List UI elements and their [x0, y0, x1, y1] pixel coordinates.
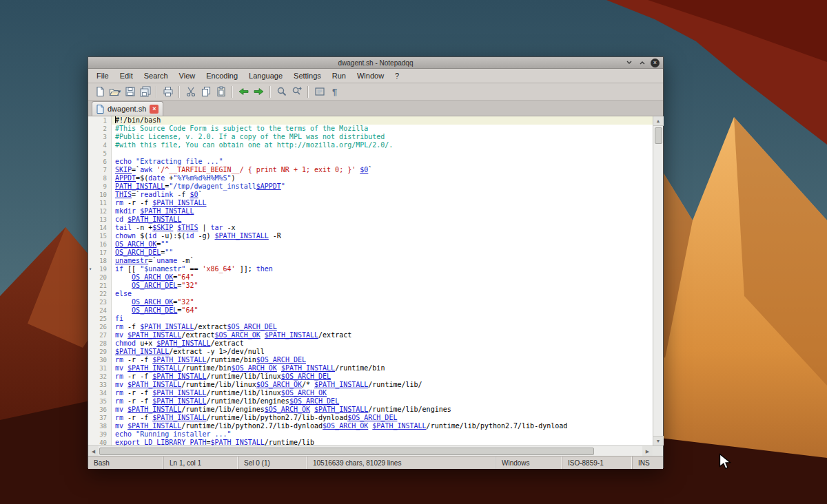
code-text[interactable]: rm -r -f $PATH_INSTALL/runtime/lib/pytho… — [112, 414, 653, 422]
code-line[interactable]: 2#This Source Code Form is subject to th… — [88, 125, 653, 133]
redo-button[interactable] — [252, 85, 266, 99]
code-text[interactable]: mv $PATH_INSTALL/runtime/bin$OS_ARCH_OK … — [112, 364, 653, 372]
code-text[interactable]: mv $PATH_INSTALL/runtime/lib/linux$OS_AR… — [112, 381, 653, 389]
code-line[interactable]: 1#!/bin/bash — [88, 116, 653, 125]
code-text[interactable]: rm -r -f $PATH_INSTALL/runtime/lib/engin… — [112, 397, 653, 406]
vertical-scrollbar[interactable]: ▲ ▼ — [653, 116, 663, 445]
code-text[interactable]: unamestr=`uname -m` — [112, 257, 653, 265]
code-line[interactable]: 36mv $PATH_INSTALL/runtime/lib/engines$O… — [88, 406, 653, 414]
code-line[interactable]: 11rm -r -f $PATH_INSTALL — [88, 199, 653, 207]
code-text[interactable]: echo "Extracting file ..." — [112, 158, 653, 166]
scroll-right-button[interactable]: ▶ — [642, 446, 653, 456]
code-line[interactable]: 37rm -r -f $PATH_INSTALL/runtime/lib/pyt… — [88, 414, 653, 422]
code-text[interactable]: $PATH_INSTALL/extract -y 1>/dev/null — [112, 348, 653, 356]
tab-dwagent-sh[interactable]: dwagent.sh × — [92, 101, 163, 116]
menu-encoding[interactable]: Encoding — [201, 70, 243, 81]
horizontal-scrollbar[interactable]: ◀ ▶ — [88, 445, 663, 456]
code-text[interactable]: export LD_LIBRARY_PATH=$PATH_INSTALL/run… — [112, 439, 653, 445]
code-text[interactable]: PATH_INSTALL="/tmp/dwagent_install$APPDT… — [112, 182, 653, 191]
menu-settings[interactable]: Settings — [288, 70, 327, 81]
code-line[interactable]: 39echo "Running installer ..." — [88, 430, 653, 439]
code-text[interactable]: mkdir $PATH_INSTALL — [112, 207, 653, 216]
code-line[interactable]: 5 — [88, 149, 653, 158]
find-button[interactable] — [274, 85, 289, 99]
horizontal-scroll-track[interactable] — [99, 446, 642, 456]
tab-close-button[interactable]: × — [150, 105, 159, 114]
code-text[interactable]: rm -r -f $PATH_INSTALL/runtime/lib/linux… — [112, 389, 653, 397]
save-button[interactable] — [123, 85, 137, 99]
menu-run[interactable]: Run — [327, 70, 351, 81]
code-text[interactable]: OS_ARCH_DEL="" — [112, 249, 653, 257]
code-text[interactable]: #with this file, You can obtain one at h… — [112, 141, 653, 149]
code-text[interactable]: THIS=`readlink -f $0` — [112, 191, 653, 199]
paste-button[interactable] — [214, 85, 228, 99]
code-line[interactable]: 27mv $PATH_INSTALL/extract$OS_ARCH_OK $P… — [88, 331, 653, 339]
scroll-left-button[interactable]: ◀ — [88, 446, 99, 456]
code-text[interactable]: cd $PATH_INSTALL — [112, 216, 653, 224]
code-line[interactable]: 38mv $PATH_INSTALL/runtime/lib/python2.7… — [88, 422, 653, 430]
code-text[interactable]: else — [112, 290, 653, 298]
code-text[interactable]: OS_ARCH_OK="64" — [112, 273, 653, 282]
scroll-up-button[interactable]: ▲ — [653, 116, 664, 126]
print-button[interactable] — [161, 85, 175, 99]
code-line[interactable]: 18unamestr=`uname -m` — [88, 257, 653, 265]
code-text[interactable]: mv $PATH_INSTALL/runtime/lib/python2.7/l… — [112, 422, 653, 430]
code-text[interactable]: #!/bin/bash — [112, 116, 653, 125]
code-text[interactable]: mv $PATH_INSTALL/runtime/lib/engines$OS_… — [112, 406, 653, 414]
menu-view[interactable]: View — [174, 70, 201, 81]
code-line[interactable]: 40export LD_LIBRARY_PATH=$PATH_INSTALL/r… — [88, 439, 653, 445]
shade-button[interactable] — [624, 59, 633, 67]
code-text[interactable]: echo "Running installer ..." — [112, 430, 653, 439]
code-line[interactable]: 29$PATH_INSTALL/extract -y 1>/dev/null — [88, 348, 653, 356]
code-line[interactable]: 10THIS=`readlink -f $0` — [88, 191, 653, 199]
code-text[interactable]: OS_ARCH_OK="32" — [112, 298, 653, 306]
code-line[interactable]: 16OS_ARCH_OK="" — [88, 240, 653, 249]
code-line[interactable]: 23 OS_ARCH_OK="32" — [88, 298, 653, 306]
code-line[interactable]: 26rm -f $PATH_INSTALL/extract$OS_ARCH_DE… — [88, 323, 653, 331]
code-line[interactable]: 31mv $PATH_INSTALL/runtime/bin$OS_ARCH_O… — [88, 364, 653, 372]
save-all-button[interactable] — [138, 85, 152, 99]
code-text[interactable]: OS_ARCH_DEL="32" — [112, 282, 653, 290]
code-text[interactable]: #This Source Code Form is subject to the… — [112, 125, 653, 133]
menu-help[interactable]: ? — [389, 70, 405, 81]
horizontal-scroll-thumb[interactable] — [99, 448, 594, 455]
code-text[interactable]: OS_ARCH_OK="" — [112, 240, 653, 249]
code-line[interactable]: 9PATH_INSTALL="/tmp/dwagent_install$APPD… — [88, 182, 653, 191]
undo-button[interactable] — [236, 85, 251, 99]
code-text[interactable]: rm -r -f $PATH_INSTALL — [112, 199, 653, 207]
vertical-scroll-thumb[interactable] — [655, 127, 662, 144]
code-line[interactable]: 30rm -r -f $PATH_INSTALL/runtime/bin$OS_… — [88, 356, 653, 364]
code-line[interactable]: 6echo "Extracting file ..." — [88, 158, 653, 166]
code-text[interactable]: chmod u+x $PATH_INSTALL/extract — [112, 339, 653, 348]
code-line[interactable]: 17OS_ARCH_DEL="" — [88, 249, 653, 257]
block-mode-button[interactable] — [312, 85, 327, 99]
cut-button[interactable] — [183, 85, 198, 99]
code-text[interactable]: chown $(id -u):$(id -g) $PATH_INSTALL -R — [112, 232, 653, 240]
new-file-button[interactable] — [92, 85, 107, 99]
code-text[interactable]: rm -r -f $PATH_INSTALL/runtime/lib/linux… — [112, 372, 653, 381]
code-text[interactable]: rm -f $PATH_INSTALL/extract$OS_ARCH_DEL — [112, 323, 653, 331]
replace-button[interactable] — [289, 85, 304, 99]
menu-window[interactable]: Window — [351, 70, 389, 81]
code-line[interactable]: 3#Public License, v. 2.0. If a copy of t… — [88, 133, 653, 141]
open-dropdown-caret-icon[interactable]: ▾ — [119, 89, 121, 94]
code-line[interactable]: 35rm -r -f $PATH_INSTALL/runtime/lib/eng… — [88, 397, 653, 406]
code-line[interactable]: 24 OS_ARCH_DEL="64" — [88, 306, 653, 315]
maximize-button[interactable] — [637, 59, 646, 67]
code-line[interactable]: 32rm -r -f $PATH_INSTALL/runtime/lib/lin… — [88, 372, 653, 381]
code-line[interactable]: 33mv $PATH_INSTALL/runtime/lib/linux$OS_… — [88, 381, 653, 389]
code-line[interactable]: 4#with this file, You can obtain one at … — [88, 141, 653, 149]
code-line[interactable]: 7SKIP=`awk '/^__TARFILE_BEGIN__/ { print… — [88, 166, 653, 174]
menu-search[interactable]: Search — [139, 70, 174, 81]
show-symbols-button[interactable]: ¶ — [327, 85, 342, 99]
fold-marker-icon[interactable]: ▾ — [89, 265, 92, 273]
code-line[interactable]: 22else — [88, 290, 653, 298]
code-line[interactable]: 21 OS_ARCH_DEL="32" — [88, 282, 653, 290]
code-text[interactable]: APPDT=$(date +"%Y%m%d%H%M%S") — [112, 174, 653, 182]
scroll-down-button[interactable]: ▼ — [653, 436, 664, 445]
code-text[interactable]: tail -n +$SKIP $THIS | tar -x — [112, 224, 653, 232]
code-line[interactable]: 8APPDT=$(date +"%Y%m%d%H%M%S") — [88, 174, 653, 182]
code-text[interactable]: if [[ "$unamestr" == 'x86_64' ]]; then — [112, 265, 653, 273]
code-line[interactable]: 20 OS_ARCH_OK="64" — [88, 273, 653, 282]
menu-edit[interactable]: Edit — [114, 70, 139, 81]
